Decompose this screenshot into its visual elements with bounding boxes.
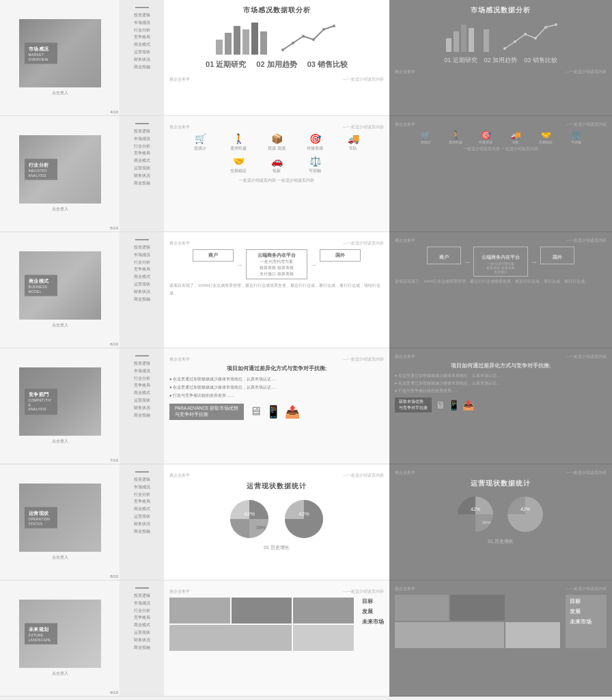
business-model-diagram: 商户 → 云端商务内在平台 一处代理代理方案核算表格 核算表格支付接口 核算表格… (169, 249, 384, 279)
pie-charts-row: 42% 38% 42% (169, 495, 384, 543)
slide-thumb-3[interactable]: 商业模式 BUSINESSMODEL 6/10 点击查入 (0, 232, 120, 348)
content-section-business: 惠企业务学 —一处适介绍该页内容 商户 → 云端商务内在平台 一处代理代理方案核… (164, 232, 389, 348)
nav-item-28[interactable]: 竞争格局 (122, 382, 161, 389)
nav-section-2: 投资逻辑 市场感况 行业分析 竞争格局 商业模式 运营现状 财务状况 商业投融 (120, 116, 164, 232)
slide-title-zh-6: 未来规划 (29, 626, 53, 633)
slide-thumb-6[interactable]: 未来规划 FUTURELANDSCAPE 9/10 点击查入 (0, 580, 120, 697)
target-icon: 🎯 (309, 133, 321, 144)
nav-item-35[interactable]: 行业分析 (122, 492, 161, 498)
nav-item-36[interactable]: 竞争格局 (122, 499, 161, 505)
svg-rect-22 (484, 29, 489, 52)
preview-section-future: 惠企业务学 —一处适介绍该页内容 目标 发展 (389, 580, 612, 697)
svg-rect-20 (469, 28, 474, 52)
nav-item-13[interactable]: 商业模式 (122, 158, 161, 164)
nav-item-47[interactable]: 财务状况 (122, 637, 161, 643)
menu-icon-4[interactable] (135, 355, 149, 356)
nav-item-12[interactable]: 竞争格局 (122, 150, 161, 156)
nav-item-8[interactable]: 商业投融 (122, 64, 161, 70)
preview-tablet-icon: 📱 (448, 400, 460, 410)
nav-item-14[interactable]: 运营现状 (122, 165, 161, 171)
menu-icon-1[interactable] (135, 7, 149, 8)
svg-point-25 (524, 33, 527, 36)
preview-biz-arrow-1: → (464, 258, 471, 266)
preview-future-sub: —一处适介绍该页内容 (566, 586, 607, 592)
nav-item-48[interactable]: 商业投融 (122, 645, 161, 651)
nav-item-10[interactable]: 市场感况 (122, 136, 161, 142)
preview-section-competitive: 惠企业务学 —一处适介绍该页内容 项目如何通过差异化方式与竞争对手抗衡; ● 在… (389, 348, 612, 464)
nav-item-27[interactable]: 行业分析 (122, 376, 161, 382)
svg-rect-0 (216, 40, 223, 55)
nav-item-16[interactable]: 商业投融 (122, 180, 161, 186)
nav-item-2[interactable]: 市场感况 (122, 20, 161, 26)
menu-icon-2[interactable] (135, 123, 149, 124)
slide-title-en-1: MARKETOVERVIEW (29, 53, 53, 61)
nav-item-5[interactable]: 商业模式 (122, 42, 161, 48)
nav-item-38[interactable]: 运营现状 (122, 514, 161, 520)
nav-item-34[interactable]: 市场感况 (122, 484, 161, 490)
svg-point-7 (292, 42, 294, 44)
nav-item-11[interactable]: 行业分析 (122, 143, 161, 150)
preview-biz-customer: 商户 (427, 247, 461, 264)
market-section-title: 市场感况数据联分析 (169, 5, 384, 15)
nav-item-21[interactable]: 商业模式 (122, 274, 161, 280)
preview-op-footer: 惠企业务学 (395, 470, 415, 476)
svg-text:42%: 42% (298, 511, 309, 517)
nav-item-6[interactable]: 运营现状 (122, 49, 161, 55)
nav-item-37[interactable]: 商业模式 (122, 506, 161, 512)
nav-item-30[interactable]: 运营现状 (122, 397, 161, 404)
svg-rect-18 (454, 31, 459, 52)
icon-item-3: 📦 货源 货源 (260, 133, 294, 152)
slide-title-en-5: OPERATIONSTATUS (29, 517, 53, 526)
nav-item-3[interactable]: 行业分析 (122, 27, 161, 33)
op-footer: 惠企业务学 (169, 473, 190, 479)
nav-item-1[interactable]: 投资逻辑 (122, 12, 161, 18)
menu-icon-5[interactable] (135, 471, 149, 473)
business-subtitle: —一处适介绍该页内容 (343, 240, 384, 247)
slide-thumb-5[interactable]: 运营现状 OPERATIONSTATUS 8/10 点击查入 (0, 464, 120, 580)
future-photo-1 (169, 598, 230, 624)
slide-number-1: 4/10 (110, 110, 118, 114)
slide-thumb-1[interactable]: 市场感况 MARKETOVERVIEW 4/10 点击查入 (0, 0, 120, 116)
nav-item-23[interactable]: 财务状况 (122, 289, 161, 295)
nav-item-33[interactable]: 投资逻辑 (122, 477, 161, 483)
page-container: 市场感况 MARKETOVERVIEW 4/10 点击查入 行业分析 INDUS… (0, 0, 612, 697)
nav-item-22[interactable]: 运营现状 (122, 281, 161, 288)
slide-thumb-4[interactable]: 竞争筋鬥 COMPETITIVEANALYSIS 7/10 点击查入 (0, 348, 120, 464)
preview-section-market: 市场感况数据分析 (389, 0, 612, 116)
walk-icon: 🚶 (233, 133, 245, 144)
nav-item-4[interactable]: 竞争格局 (122, 34, 161, 40)
nav-item-32[interactable]: 商业投融 (122, 412, 161, 419)
nav-item-17[interactable]: 投资逻辑 (122, 244, 161, 251)
menu-icon-3[interactable] (135, 239, 149, 240)
nav-item-44[interactable]: 竞争格局 (122, 615, 161, 621)
nav-item-18[interactable]: 市场感况 (122, 252, 161, 258)
nav-item-41[interactable]: 投资逻辑 (122, 593, 161, 599)
nav-item-15[interactable]: 财务状况 (122, 173, 161, 179)
slide-thumb-2[interactable]: 行业分析 INDUSTRYANALYSIS 5/10 点击查入 (0, 116, 120, 232)
nav-item-43[interactable]: 行业分析 (122, 608, 161, 614)
nav-item-31[interactable]: 财务状况 (122, 405, 161, 411)
nav-item-45[interactable]: 商业模式 (122, 622, 161, 628)
nav-item-9[interactable]: 投资逻辑 (122, 128, 161, 135)
biz-box-platform: 云端商务内在平台 一处代理代理方案核算表格 核算表格支付接口 核算表格 (246, 249, 307, 279)
nav-item-24[interactable]: 商业投融 (122, 296, 161, 303)
nav-item-39[interactable]: 财务状况 (122, 521, 161, 527)
nav-panel: 投资逻辑 市场感况 行业分析 竞争格局 商业模式 运营现状 财务状况 商业投融 … (120, 0, 164, 697)
slide-img-5: 运营现状 OPERATIONSTATUS (19, 484, 101, 552)
slide-footer-6: 点击查入 (52, 671, 68, 677)
bar-chart-svg (212, 19, 274, 57)
menu-icon-6[interactable] (135, 587, 149, 589)
nav-item-29[interactable]: 商业模式 (122, 390, 161, 396)
nav-item-19[interactable]: 行业分析 (122, 260, 161, 266)
nav-item-7[interactable]: 财务状况 (122, 57, 161, 63)
nav-item-42[interactable]: 市场感况 (122, 600, 161, 606)
nav-item-20[interactable]: 竞争格局 (122, 266, 161, 272)
nav-item-26[interactable]: 市场感况 (122, 368, 161, 374)
share-icon: 📤 (285, 404, 300, 419)
nav-item-46[interactable]: 运营现状 (122, 630, 161, 636)
nav-item-25[interactable]: 投资逻辑 (122, 361, 161, 367)
slide-number-3: 6/10 (110, 342, 118, 346)
preview-truck-icon: 🚚 (511, 130, 521, 140)
nav-item-40[interactable]: 商业投融 (122, 529, 161, 535)
slide-footer-5: 点击查入 (52, 555, 68, 561)
